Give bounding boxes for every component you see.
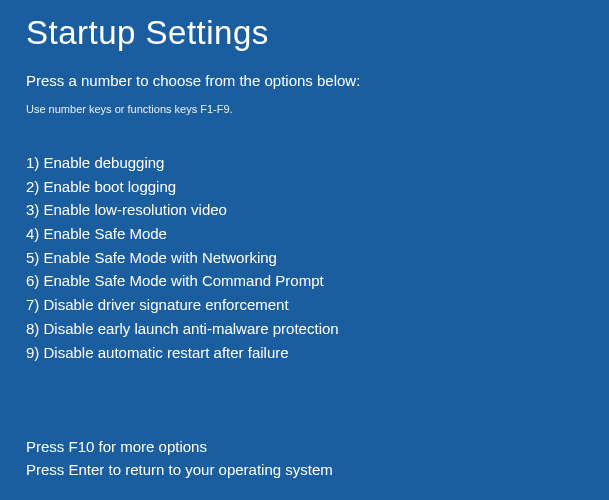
footer-return-os[interactable]: Press Enter to return to your operating … (26, 459, 583, 482)
option-enable-safe-mode-command-prompt[interactable]: 6) Enable Safe Mode with Command Prompt (26, 269, 583, 293)
option-enable-safe-mode[interactable]: 4) Enable Safe Mode (26, 222, 583, 246)
instruction-subtitle: Press a number to choose from the option… (26, 72, 583, 89)
options-list: 1) Enable debugging 2) Enable boot loggi… (26, 151, 583, 364)
option-enable-boot-logging[interactable]: 2) Enable boot logging (26, 175, 583, 199)
page-title: Startup Settings (26, 14, 583, 52)
option-disable-automatic-restart[interactable]: 9) Disable automatic restart after failu… (26, 341, 583, 365)
footer-more-options[interactable]: Press F10 for more options (26, 436, 583, 459)
option-disable-early-launch-anti-malware[interactable]: 8) Disable early launch anti-malware pro… (26, 317, 583, 341)
option-enable-safe-mode-networking[interactable]: 5) Enable Safe Mode with Networking (26, 246, 583, 270)
option-disable-driver-signature-enforcement[interactable]: 7) Disable driver signature enforcement (26, 293, 583, 317)
input-hint: Use number keys or functions keys F1-F9. (26, 103, 583, 115)
option-enable-low-resolution-video[interactable]: 3) Enable low-resolution video (26, 198, 583, 222)
option-enable-debugging[interactable]: 1) Enable debugging (26, 151, 583, 175)
